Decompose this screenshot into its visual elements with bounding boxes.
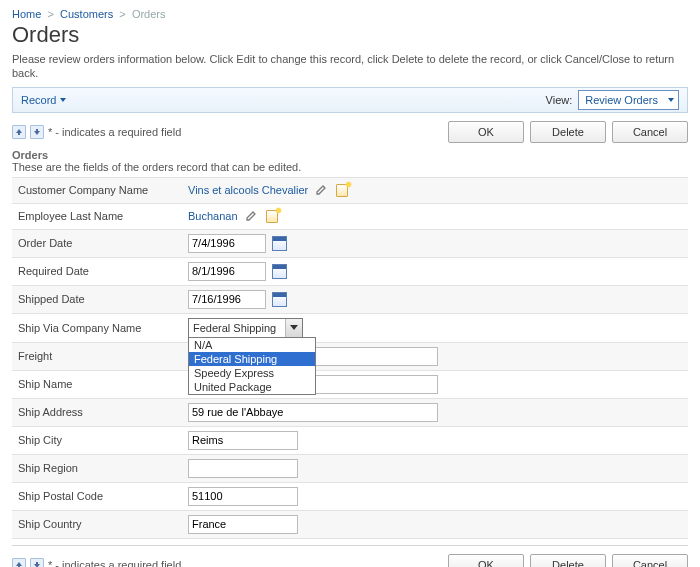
breadcrumb-customers[interactable]: Customers	[60, 8, 113, 20]
option-na[interactable]: N/A	[189, 338, 315, 352]
prev-record-button[interactable]	[12, 558, 26, 567]
label-shipped-date: Shipped Date	[18, 293, 188, 305]
label-ship-city: Ship City	[18, 434, 188, 446]
label-ship-region: Ship Region	[18, 462, 188, 474]
ship-country-input[interactable]	[188, 515, 298, 534]
required-note: * - indicates a required field	[48, 559, 181, 567]
shipped-date-input[interactable]	[188, 290, 266, 309]
order-date-input[interactable]	[188, 234, 266, 253]
new-record-icon[interactable]	[334, 183, 350, 197]
next-record-button[interactable]	[30, 125, 44, 139]
breadcrumb-orders: Orders	[132, 8, 166, 20]
page-subtitle: Please review orders information below. …	[12, 52, 688, 81]
option-united-package[interactable]: United Package	[189, 380, 315, 394]
required-note: * - indicates a required field	[48, 126, 181, 138]
pencil-icon[interactable]	[314, 183, 328, 197]
breadcrumb-home[interactable]: Home	[12, 8, 41, 20]
label-order-date: Order Date	[18, 237, 188, 249]
section-subtitle: These are the fields of the orders recor…	[12, 161, 688, 173]
caret-down-icon	[290, 325, 298, 330]
label-ship-postal: Ship Postal Code	[18, 490, 188, 502]
toolbar: Record View: Review Orders	[12, 87, 688, 113]
caret-down-icon	[668, 98, 674, 102]
calendar-icon[interactable]	[272, 264, 287, 279]
label-ship-country: Ship Country	[18, 518, 188, 530]
calendar-icon[interactable]	[272, 292, 287, 307]
ship-address-input[interactable]	[188, 403, 438, 422]
delete-button[interactable]: Delete	[530, 121, 606, 143]
ok-button[interactable]: OK	[448, 121, 524, 143]
pencil-icon[interactable]	[244, 209, 258, 223]
dropdown-button[interactable]	[285, 319, 302, 337]
view-label: View:	[546, 94, 573, 106]
cancel-button[interactable]: Cancel	[612, 554, 688, 567]
page-title: Orders	[12, 22, 688, 48]
prev-record-button[interactable]	[12, 125, 26, 139]
section-title: Orders	[12, 149, 688, 161]
option-speedy-express[interactable]: Speedy Express	[189, 366, 315, 380]
view-select[interactable]: Review Orders	[578, 90, 679, 110]
cancel-button[interactable]: Cancel	[612, 121, 688, 143]
next-record-button[interactable]	[30, 558, 44, 567]
caret-down-icon	[60, 98, 66, 102]
delete-button[interactable]: Delete	[530, 554, 606, 567]
label-required-date: Required Date	[18, 265, 188, 277]
label-ship-via: Ship Via Company Name	[18, 322, 188, 334]
label-employee-last: Employee Last Name	[18, 210, 188, 222]
ship-region-input[interactable]	[188, 459, 298, 478]
ship-city-input[interactable]	[188, 431, 298, 450]
ship-via-dropdown: N/A Federal Shipping Speedy Express Unit…	[188, 337, 316, 395]
label-customer-company: Customer Company Name	[18, 184, 188, 196]
ok-button[interactable]: OK	[448, 554, 524, 567]
calendar-icon[interactable]	[272, 236, 287, 251]
label-ship-name: Ship Name	[18, 378, 188, 390]
label-ship-address: Ship Address	[18, 406, 188, 418]
required-date-input[interactable]	[188, 262, 266, 281]
breadcrumb: Home > Customers > Orders	[12, 8, 688, 20]
ship-postal-input[interactable]	[188, 487, 298, 506]
ship-via-select[interactable]: Federal Shipping	[188, 318, 303, 338]
customer-company-link[interactable]: Vins et alcools Chevalier	[188, 184, 308, 196]
label-freight: Freight	[18, 350, 188, 362]
option-federal-shipping[interactable]: Federal Shipping	[189, 352, 315, 366]
employee-last-link[interactable]: Buchanan	[188, 210, 238, 222]
record-menu[interactable]: Record	[21, 94, 66, 106]
new-record-icon[interactable]	[264, 209, 280, 223]
